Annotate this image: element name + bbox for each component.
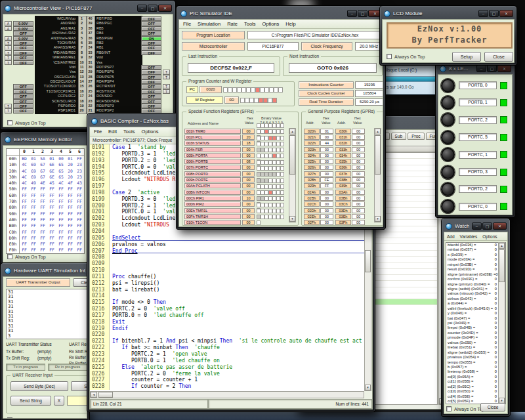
scroll-thumb[interactable]: [365, 250, 371, 272]
watch-item[interactable]: mode (0x03A) = 0: [446, 257, 505, 262]
watch-item[interactable]: bitenbl (0x036) = 0: [446, 243, 505, 247]
code-line[interactable]: 0207 End Proc: [90, 248, 364, 255]
pin-toggle-button[interactable]: T: [5, 51, 12, 55]
gpr-scrollbar[interactable]: ▲ ▼: [374, 128, 381, 222]
pin-state[interactable]: OFF: [141, 75, 161, 79]
bit-cell[interactable]: [240, 98, 245, 103]
code-line[interactable]: 0206 prvalnos = valnos: [90, 242, 364, 248]
pin-state[interactable]: OFF: [13, 89, 33, 94]
table-row[interactable]: 02Bh 00 03Bh 00: [304, 195, 373, 201]
minimize-button[interactable]: –: [478, 10, 488, 17]
bit-cell[interactable]: [272, 98, 277, 103]
pin-toggle-button[interactable]: T: [5, 108, 12, 113]
code-line[interactable]: 0221 If bitenbl.7 = 1 And psi < minpsi T…: [90, 338, 364, 345]
bit-cell[interactable]: [242, 87, 246, 93]
led-pin-label[interactable]: PORTD, 3: [459, 168, 497, 176]
scroll-down-icon[interactable]: ▼: [375, 216, 381, 222]
menu-item[interactable]: Tools: [244, 21, 256, 27]
menu-item[interactable]: Edit: [108, 129, 117, 135]
pin-toggle-button[interactable]: T: [163, 84, 170, 89]
table-row[interactable]: 024h 00 034h 00: [304, 152, 373, 158]
pin-state[interactable]: OFF: [141, 94, 161, 98]
watch-item[interactable]: minpsi (0x03B) = 0: [446, 262, 505, 267]
bit-cell[interactable]: [269, 87, 274, 93]
table-row[interactable]: 029h FF 039h 00: [304, 183, 373, 189]
pin-state[interactable]: OFF: [141, 41, 161, 45]
pin-state[interactable]: OFF: [13, 60, 33, 65]
checkbox-icon[interactable]: [7, 417, 12, 419]
pin-state[interactable]: OFF: [141, 65, 161, 70]
led-color-button[interactable]: [500, 134, 507, 141]
pin-state[interactable]: OFF: [141, 99, 161, 104]
table-row[interactable]: 025h 00 035h 00: [304, 158, 373, 164]
bit-cell[interactable]: [228, 87, 232, 93]
pc-binary[interactable]: [223, 87, 283, 92]
watch-item[interactable]: cd[0] (0x05A) = 0: [446, 375, 505, 379]
watch-item[interactable]: lirebat (0x051) = 0: [446, 345, 505, 350]
menu-item[interactable]: Help: [285, 21, 295, 27]
watch-item[interactable]: a (0x044) = 0: [446, 301, 505, 306]
led-color-button[interactable]: [500, 186, 507, 193]
code-line[interactable]: 0218 Exit: [90, 319, 364, 326]
table-row[interactable]: F0h FFFFFFFFFFFFFF: [7, 247, 84, 253]
led-color-button[interactable]: [500, 99, 507, 106]
watch-item[interactable]: tempo (0x055) = 0: [446, 360, 505, 365]
code-line[interactable]: 0208: [90, 254, 364, 261]
pin-state[interactable]: OFF: [13, 94, 33, 98]
sfr-binary[interactable]: [257, 211, 287, 227]
minimize-button[interactable]: –: [472, 222, 482, 230]
pin-state[interactable]: OFF: [141, 26, 161, 31]
led-pin-label[interactable]: PORTC, 2: [459, 116, 497, 124]
pin-toggle-button[interactable]: T: [163, 70, 170, 74]
scroll-down-icon[interactable]: ▼: [365, 385, 371, 390]
code-line[interactable]: 0223 PORTC.2 = 1 'open valve: [90, 351, 364, 358]
bit-cell[interactable]: [260, 87, 264, 93]
pin-state[interactable]: OFF: [141, 16, 161, 21]
close-button[interactable]: ✕: [497, 65, 511, 72]
watch-item[interactable]: bat (0x047) = 0: [446, 316, 505, 321]
watch-item[interactable]: result (0x03D) = 0: [446, 267, 505, 272]
uart-titlebar[interactable]: Hardware UART Simulation Int...: [3, 265, 87, 276]
code-line[interactable]: 0209: [90, 261, 364, 267]
checkbox-icon[interactable]: [7, 120, 12, 125]
bit-cell[interactable]: [249, 98, 254, 103]
close-button[interactable]: ✕: [493, 222, 507, 230]
menu-item[interactable]: Options: [262, 21, 279, 27]
send-byte-dec-button[interactable]: Send Byte (Dec): [10, 381, 68, 391]
scroll-down-icon[interactable]: ▼: [289, 216, 295, 222]
code-line[interactable]: 0210: [90, 267, 364, 274]
bit-cell[interactable]: [278, 87, 283, 93]
scroll-thumb[interactable]: [499, 249, 505, 282]
pin-state[interactable]: 0.00V: [13, 36, 33, 41]
bit-cell[interactable]: [251, 87, 255, 93]
watch-item[interactable]: sligne (printname) (0x03E) = 0: [446, 272, 505, 277]
table-row[interactable]: D0h FFFFFFFFFFFFFF: [7, 235, 84, 241]
scroll-left-icon[interactable]: ◄: [91, 392, 97, 398]
watch-item[interactable]: cd[4] (0x05E) = 0: [446, 394, 505, 399]
checkbox-icon[interactable]: [7, 254, 12, 259]
led-pin-label[interactable]: PORTC, 0: [459, 203, 497, 211]
watch-scrollbar[interactable]: ▲ ▼: [498, 242, 505, 404]
pin-state[interactable]: OFF: [13, 45, 33, 50]
clear-button[interactable]: Clear: [73, 278, 87, 287]
watch-item[interactable]: cd[1] (0x05B) = 0: [446, 379, 505, 384]
pin-state[interactable]: ON: [141, 36, 161, 41]
pin-state[interactable]: OFF: [141, 89, 161, 94]
pin-toggle-button[interactable]: A: [5, 21, 12, 26]
always-on-top-checkbox[interactable]: Always On Top: [446, 406, 485, 411]
table-row[interactable]: 027h 00 037h 00: [304, 171, 373, 177]
code-line[interactable]: 0211 Proc chauffe(): [90, 274, 364, 280]
watch-item[interactable]: ctrlnos (0x043) = 0: [446, 297, 505, 301]
pin-state[interactable]: OFF: [13, 51, 33, 55]
code-line[interactable]: 0215 If mode <> 0 Then: [90, 299, 364, 306]
code-line[interactable]: 0222 If bat >= minbat Then 'chauffe: [90, 345, 364, 351]
led-color-button[interactable]: [500, 169, 507, 176]
led-color-button[interactable]: [500, 203, 507, 210]
close-button[interactable]: ✕: [158, 5, 172, 12]
table-row[interactable]: 010h T1CON 00: [184, 219, 287, 225]
watch-item[interactable]: sligne (setbit) (0x041) = 0: [446, 287, 505, 291]
pin-state[interactable]: OFF: [141, 104, 161, 108]
code-line[interactable]: 0212 psi = lirepsi(): [90, 280, 364, 287]
close-button[interactable]: ✕: [499, 10, 513, 17]
table-row[interactable]: 60h FFFFFFFFFFFFFF: [7, 192, 84, 198]
